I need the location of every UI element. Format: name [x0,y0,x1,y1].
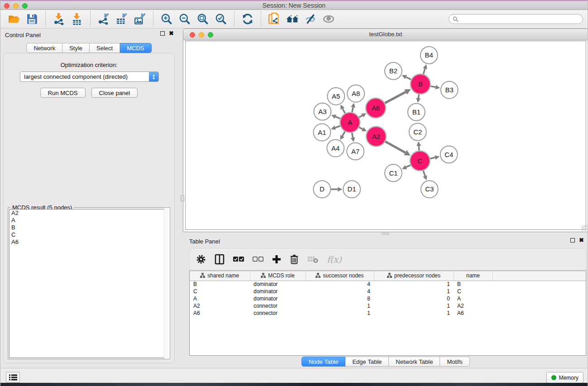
graph-edge-B-B3[interactable] [430,86,435,87]
mcds-result-list[interactable]: A2ABCA6 [9,209,169,358]
graph-edge-A-A8[interactable] [352,107,353,112]
column-header-predecessor-nodes[interactable]: predecessor nodes [374,271,454,281]
network-graph[interactable]: B4B2BB3A5A8A6B1A3AA1C2A2A4A7C4CC1C3DD1 [186,41,586,229]
open-file-button[interactable] [6,11,22,27]
table-row[interactable]: A6connector11A6 [190,310,586,317]
graph-edge-A-A6[interactable] [359,115,362,117]
toggle-column-panel-button[interactable] [215,253,225,266]
cell-shared-name[interactable]: A [190,295,250,302]
graph-edge-B-B2[interactable] [406,77,411,79]
result-item[interactable]: A6 [10,238,168,246]
graph-edge-A6-B[interactable] [385,92,406,103]
cell-successor-nodes[interactable]: 1 [306,310,374,317]
tab-network[interactable]: Network [26,43,62,53]
zoom-selected-button[interactable] [213,11,229,27]
zoom-in-button[interactable] [159,11,174,27]
select-all-columns-button[interactable] [233,253,244,266]
deselect-all-columns-button[interactable] [253,253,263,266]
hide-selected-button[interactable] [303,11,318,27]
table-row[interactable]: Bdominator41B [190,281,586,288]
table-row[interactable]: Adominator80A [190,295,586,302]
graph-edge-C-C1[interactable] [406,165,411,167]
cell-MCDS-role[interactable]: connector [250,310,306,317]
graph-edge-A-A5[interactable] [343,109,345,113]
cell-successor-nodes[interactable]: 8 [306,295,374,302]
graph-edge-A2-C[interactable] [385,142,405,153]
cell-predecessor-nodes[interactable]: 1 [374,281,454,288]
float-panel-icon[interactable] [160,31,165,36]
cell-name[interactable]: A [454,295,492,302]
search-input[interactable] [461,16,579,22]
cell-predecessor-nodes[interactable]: 1 [374,310,454,317]
zoom-out-button[interactable] [177,11,192,27]
table-row[interactable]: A2connector11A2 [190,302,586,310]
cell-shared-name[interactable]: A6 [190,310,250,317]
result-item[interactable]: B [10,224,168,231]
graph-edge-A-A3[interactable] [335,117,340,119]
export-image-button[interactable] [132,11,148,27]
cell-predecessor-nodes[interactable]: 1 [374,288,454,295]
close-panel-button[interactable]: Close panel [91,88,138,98]
vertical-splitter-handle[interactable] [181,195,184,201]
first-neighbors-button[interactable] [285,11,300,27]
tab-motifs[interactable]: Motifs [440,357,470,367]
graph-edge-A-A2[interactable] [359,127,363,129]
cell-predecessor-nodes[interactable]: 0 [374,295,454,302]
cell-successor-nodes[interactable]: 4 [306,281,374,288]
tab-style[interactable]: Style [62,43,90,53]
graph-edge-A-A4[interactable] [342,132,345,136]
cell-successor-nodes[interactable]: 4 [306,288,374,295]
graph-edge-C-C3[interactable] [423,171,425,176]
import-table-button[interactable] [69,11,85,27]
criterion-select[interactable]: largest connected component (directed) ▲… [20,71,159,82]
new-network-from-selection-button[interactable] [267,11,282,27]
graph-edge-B-B1[interactable] [418,94,419,98]
save-button[interactable] [24,11,40,27]
result-item[interactable]: A [10,217,168,224]
task-history-button[interactable] [6,372,20,383]
column-header-MCDS-role[interactable]: MCDS role [250,271,306,281]
memory-button[interactable]: Memory [546,372,583,383]
column-header-name[interactable]: name [454,271,492,281]
table-settings-button[interactable] [196,253,206,266]
close-table-panel-icon[interactable]: ✖ [579,238,584,243]
cell-shared-name[interactable]: B [190,281,250,288]
graph-edge-C-C2[interactable] [419,146,419,150]
cell-name[interactable]: B [454,281,492,288]
tab-mcds[interactable]: MCDS [120,43,151,53]
cell-shared-name[interactable]: A2 [190,302,250,310]
cell-shared-name[interactable]: C [190,288,250,295]
export-table-button[interactable] [114,11,129,27]
graph-edge-A-A1[interactable] [335,126,340,128]
tab-node-table[interactable]: Node Table [301,357,346,367]
show-all-button[interactable] [321,11,336,27]
add-column-button[interactable] [272,253,281,266]
network-canvas[interactable]: B4B2BB3A5A8A6B1A3AA1C2A2A4A7C4CC1C3DD1 [185,41,586,230]
run-mcds-button[interactable]: Run MCDS [40,88,86,98]
delete-table-button[interactable] [307,253,318,266]
import-network-button[interactable] [51,11,67,27]
cell-name[interactable]: A2 [454,302,492,310]
tab-select[interactable]: Select [90,43,120,53]
column-header-successor-nodes[interactable]: successor nodes [306,271,374,281]
float-table-panel-icon[interactable] [570,238,575,243]
zoom-fit-button[interactable] [195,11,210,27]
cell-MCDS-role[interactable]: connector [250,302,306,310]
close-panel-icon[interactable]: ✖ [169,31,174,36]
graph-edge-C-C4[interactable] [430,157,435,158]
column-header-shared-name[interactable]: shared name [190,271,250,281]
resize-grip-icon[interactable] [581,225,588,231]
cell-successor-nodes[interactable]: 1 [306,302,374,310]
function-builder-button[interactable]: f(x) [327,253,342,266]
horizontal-splitter-handle[interactable] [382,233,389,235]
cell-MCDS-role[interactable]: dominator [250,281,306,288]
refresh-button[interactable] [240,11,255,27]
cell-predecessor-nodes[interactable]: 1 [374,302,454,310]
graph-edge-A-A7[interactable] [352,133,353,138]
graph-edge-B-B4[interactable] [423,69,425,74]
table-row[interactable]: Cdominator41C [190,288,586,295]
result-item[interactable]: C [10,231,168,238]
cell-MCDS-role[interactable]: dominator [250,295,306,302]
network-window-titlebar[interactable]: testGlobe.txt [183,29,588,40]
tab-edge-table[interactable]: Edge Table [345,357,389,367]
